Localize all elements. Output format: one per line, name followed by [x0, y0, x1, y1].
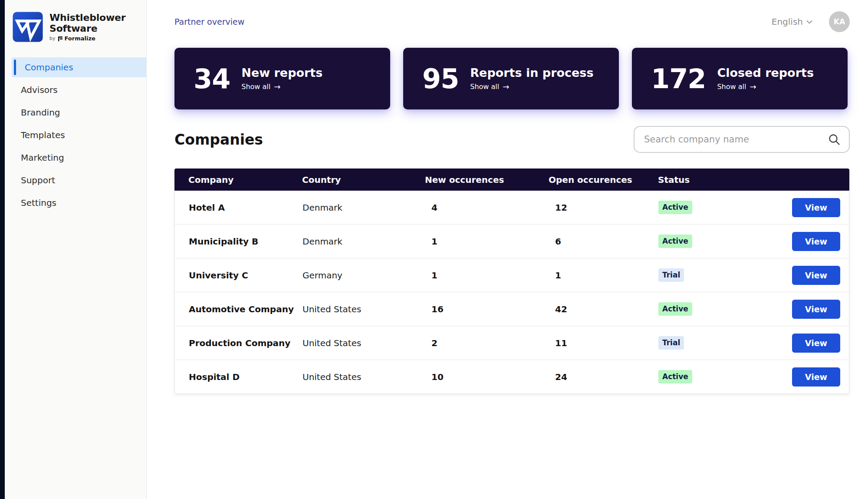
search-icon[interactable]: [828, 133, 840, 145]
stat-label: New reports: [241, 66, 322, 79]
show-all-link[interactable]: Show all →: [470, 82, 593, 91]
view-button[interactable]: View: [792, 334, 840, 353]
avatar[interactable]: KA: [829, 11, 850, 32]
cell-country: United States: [302, 338, 425, 348]
stat-cards: 34 New reports Show all → 95 Reports in …: [174, 48, 850, 109]
stat-card-closed-reports[interactable]: 172 Closed reports Show all →: [632, 48, 848, 109]
cell-new-occurences: 10: [425, 372, 549, 382]
cell-open-occurences: 24: [549, 372, 658, 382]
sidebar-nav: Companies Advisors Branding Templates Ma…: [5, 57, 146, 215]
stat-card-new-reports[interactable]: 34 New reports Show all →: [174, 48, 390, 109]
brand: Whistleblower Software by Formalize: [5, 11, 146, 43]
cell-new-occurences: 4: [425, 202, 549, 213]
stat-label: Reports in process: [470, 66, 593, 79]
formalize-flag-icon: [58, 36, 63, 42]
cell-country: Denmark: [302, 236, 425, 247]
table-row: Hospital D United States 10 24 Active Vi…: [174, 360, 849, 394]
view-button[interactable]: View: [792, 367, 840, 387]
stat-value: 34: [194, 63, 230, 95]
cell-new-occurences: 1: [425, 270, 549, 281]
cell-company: Hospital D: [175, 372, 302, 382]
status-badge: Active: [658, 235, 692, 248]
cell-open-occurences: 12: [549, 202, 658, 213]
show-all-link[interactable]: Show all →: [241, 82, 322, 91]
search-input[interactable]: [644, 134, 828, 145]
col-status: Status: [658, 175, 784, 185]
cell-new-occurences: 2: [425, 338, 549, 348]
table-header: Company Country New occurences Open occu…: [174, 169, 849, 191]
view-button[interactable]: View: [792, 232, 840, 251]
table-row: Hotel A Denmark 4 12 Active View: [174, 191, 849, 225]
sidebar-item-support[interactable]: Support: [5, 170, 146, 190]
table-row: Automotive Company United States 16 42 A…: [174, 292, 849, 326]
cell-country: Denmark: [302, 202, 425, 213]
col-open-occurences: Open occurences: [549, 175, 658, 185]
show-all-link[interactable]: Show all →: [717, 82, 814, 91]
status-badge: Active: [658, 201, 692, 214]
cell-open-occurences: 1: [549, 270, 658, 281]
brand-byline-prefix: by: [49, 36, 56, 42]
table-row: Municipality B Denmark 1 6 Active View: [174, 225, 849, 258]
view-button[interactable]: View: [792, 266, 840, 285]
col-country: Country: [302, 175, 425, 185]
cell-country: Germany: [302, 270, 425, 281]
cell-open-occurences: 42: [549, 304, 658, 314]
table-row: University C Germany 1 1 Trial View: [174, 258, 849, 292]
brand-byline-brand: Formalize: [65, 36, 95, 42]
language-selector[interactable]: English: [772, 17, 812, 27]
table-row: Production Company United States 2 11 Tr…: [174, 326, 849, 360]
status-badge: Trial: [658, 336, 684, 349]
view-button[interactable]: View: [792, 300, 840, 319]
breadcrumb[interactable]: Partner overview: [174, 17, 244, 26]
left-edge-strip: [0, 0, 5, 499]
cell-new-occurences: 16: [425, 304, 549, 314]
search-box: [634, 126, 850, 153]
sidebar-item-templates[interactable]: Templates: [5, 125, 146, 145]
cell-new-occurences: 1: [425, 236, 549, 247]
cell-open-occurences: 11: [549, 338, 658, 348]
status-badge: Active: [658, 302, 692, 315]
col-new-occurences: New occurences: [425, 175, 549, 185]
stat-card-reports-in-process[interactable]: 95 Reports in process Show all →: [403, 48, 619, 109]
status-badge: Trial: [658, 268, 684, 281]
sidebar-item-settings[interactable]: Settings: [5, 193, 146, 213]
arrow-right-icon: →: [274, 82, 280, 91]
brand-title-line1: Whistleblower: [49, 12, 125, 23]
whistleblower-logo-icon: [12, 11, 43, 43]
chevron-down-icon: [806, 20, 812, 24]
stat-label: Closed reports: [717, 66, 814, 79]
active-accent-bar: [14, 59, 16, 75]
sidebar: Whistleblower Software by Formalize Comp…: [5, 0, 147, 499]
companies-table: Company Country New occurences Open occu…: [174, 169, 849, 394]
cell-company: Production Company: [175, 338, 302, 348]
cell-country: United States: [302, 304, 425, 314]
status-badge: Active: [658, 370, 692, 383]
cell-country: United States: [302, 372, 425, 382]
main-content: Partner overview English KA 34 New repor…: [147, 0, 868, 499]
stat-value: 172: [651, 63, 706, 95]
view-button[interactable]: View: [792, 198, 840, 217]
cell-company: Municipality B: [175, 236, 302, 247]
page-title: Companies: [174, 131, 263, 148]
col-company: Company: [174, 175, 302, 185]
topbar: Partner overview English KA: [174, 0, 850, 43]
brand-title-line2: Software: [49, 23, 125, 34]
arrow-right-icon: →: [503, 82, 509, 91]
sidebar-item-marketing[interactable]: Marketing: [5, 148, 146, 168]
sidebar-item-companies[interactable]: Companies: [12, 57, 146, 77]
cell-company: Automotive Company: [175, 304, 302, 314]
arrow-right-icon: →: [750, 82, 756, 91]
sidebar-item-branding[interactable]: Branding: [5, 102, 146, 122]
cell-company: Hotel A: [175, 202, 302, 213]
cell-open-occurences: 6: [549, 236, 658, 247]
cell-company: University C: [175, 270, 302, 281]
sidebar-item-advisors[interactable]: Advisors: [5, 80, 146, 100]
stat-value: 95: [422, 63, 459, 95]
